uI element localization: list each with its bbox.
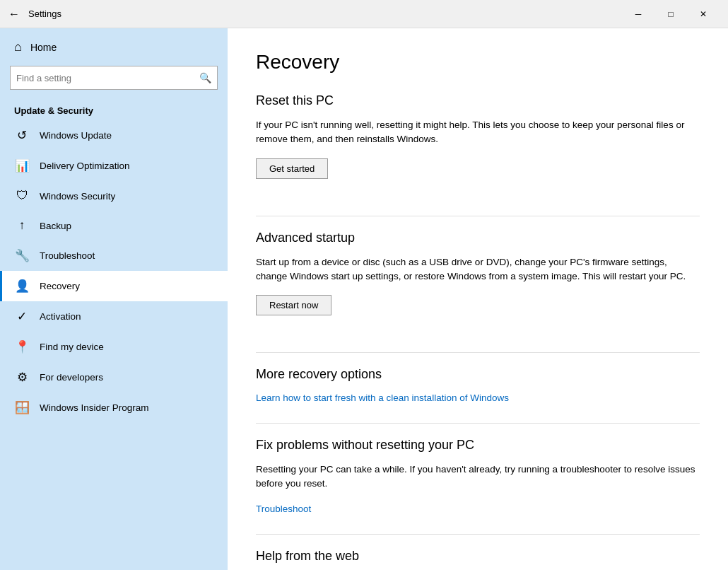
sidebar-item-windows-insider[interactable]: 🪟 Windows Insider Program (0, 392, 228, 423)
help-web-title: Help from the web (256, 549, 700, 564)
more-recovery-section: More recovery options Learn how to start… (256, 367, 700, 403)
windows-security-icon: 🛡 (14, 189, 30, 203)
sidebar-label-find-my-device: Find my device (40, 342, 104, 352)
find-my-device-icon: 📍 (14, 339, 30, 354)
page-title: Recovery (256, 51, 700, 74)
sidebar-label-delivery-optimization: Delivery Optimization (40, 161, 130, 171)
reset-pc-section: Reset this PC If your PC isn't running w… (256, 93, 700, 196)
sidebar-label-windows-insider: Windows Insider Program (40, 402, 149, 413)
help-web-section: Help from the web (256, 549, 700, 564)
minimize-button[interactable]: ─ (622, 3, 654, 25)
sidebar-item-find-my-device[interactable]: 📍 Find my device (0, 332, 228, 362)
get-started-button[interactable]: Get started (256, 158, 328, 179)
maximize-button[interactable]: □ (654, 3, 687, 25)
more-recovery-title: More recovery options (256, 367, 700, 382)
for-developers-icon: ⚙ (14, 370, 30, 385)
troubleshoot-icon: 🔧 (14, 248, 30, 263)
sidebar-item-troubleshoot[interactable]: 🔧 Troubleshoot (0, 240, 228, 271)
advanced-startup-title: Advanced startup (256, 231, 700, 245)
back-button[interactable]: ← (8, 8, 20, 21)
reset-pc-desc: If your PC isn't running well, resetting… (256, 118, 700, 147)
advanced-startup-desc: Start up from a device or disc (such as … (256, 255, 700, 284)
home-icon: ⌂ (14, 40, 22, 54)
recovery-icon: 👤 (14, 279, 30, 293)
sidebar-home[interactable]: ⌂ Home (0, 28, 228, 66)
sidebar-item-delivery-optimization[interactable]: 📊 Delivery Optimization (0, 151, 228, 181)
sidebar-item-activation[interactable]: ✓ Activation (0, 301, 228, 332)
sidebar-label-backup: Backup (40, 221, 71, 231)
sidebar-search-box[interactable]: 🔍 (10, 66, 218, 90)
backup-icon: ↑ (14, 219, 30, 233)
reset-pc-title: Reset this PC (256, 93, 700, 108)
sidebar-label-recovery: Recovery (40, 281, 80, 291)
fix-problems-section: Fix problems without resetting your PC R… (256, 438, 700, 514)
divider-1 (256, 216, 700, 216)
sidebar-item-backup[interactable]: ↑ Backup (0, 211, 228, 240)
sidebar-label-troubleshoot: Troubleshoot (40, 250, 95, 261)
sidebar: ⌂ Home 🔍 Update & Security ↺ Windows Upd… (0, 28, 228, 570)
sidebar-label-activation: Activation (40, 311, 81, 322)
search-icon: 🔍 (199, 72, 211, 83)
troubleshoot-link[interactable]: Troubleshoot (256, 504, 311, 514)
close-button[interactable]: ✕ (687, 3, 720, 25)
content-area: Recovery Reset this PC If your PC isn't … (228, 28, 728, 570)
home-label: Home (30, 42, 57, 53)
sidebar-label-for-developers: For developers (40, 372, 103, 383)
advanced-startup-section: Advanced startup Start up from a device … (256, 231, 700, 333)
search-input[interactable] (16, 73, 199, 83)
fix-problems-title: Fix problems without resetting your PC (256, 438, 700, 453)
windows-update-icon: ↺ (14, 128, 30, 143)
sidebar-item-windows-security[interactable]: 🛡 Windows Security (0, 181, 228, 211)
windows-insider-icon: 🪟 (14, 400, 30, 415)
sidebar-label-windows-update: Windows Update (40, 130, 112, 141)
window-title: Settings (28, 8, 61, 19)
sidebar-item-recovery[interactable]: 👤 Recovery (0, 271, 228, 301)
sidebar-label-windows-security: Windows Security (40, 191, 115, 202)
restart-now-button[interactable]: Restart now (256, 295, 331, 315)
titlebar: ← Settings ─ □ ✕ (0, 0, 728, 28)
sidebar-item-for-developers[interactable]: ⚙ For developers (0, 362, 228, 392)
window-controls: ─ □ ✕ (622, 3, 720, 25)
app-body: ⌂ Home 🔍 Update & Security ↺ Windows Upd… (0, 28, 728, 570)
activation-icon: ✓ (14, 309, 30, 324)
divider-4 (256, 534, 700, 535)
delivery-optimization-icon: 📊 (14, 158, 30, 173)
sidebar-item-windows-update[interactable]: ↺ Windows Update (0, 120, 228, 151)
fix-problems-desc: Resetting your PC can take a while. If y… (256, 463, 700, 492)
sidebar-items-container: ↺ Windows Update 📊 Delivery Optimization… (0, 120, 228, 423)
clean-install-link[interactable]: Learn how to start fresh with a clean in… (256, 392, 509, 403)
divider-2 (256, 352, 700, 353)
divider-3 (256, 423, 700, 424)
sidebar-section-title: Update & Security (0, 98, 228, 120)
